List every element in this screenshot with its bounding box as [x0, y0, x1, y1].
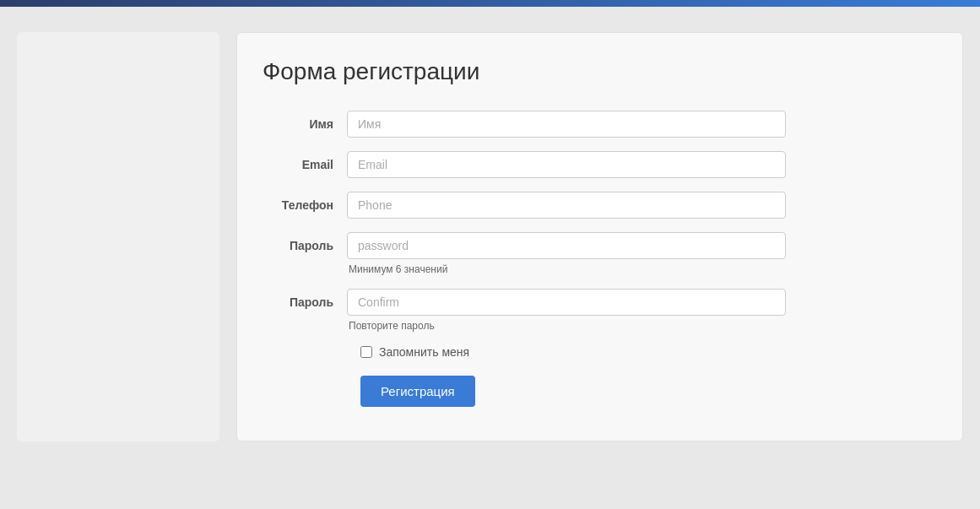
name-label: Имя [263, 111, 347, 131]
password-label: Пароль [263, 232, 347, 252]
confirm-label: Пароль [263, 289, 347, 309]
remember-me-group: Запомнить меня [360, 345, 937, 359]
page-content: Форма регистрации Имя Email Телефон Паро… [0, 15, 980, 458]
password-field-wrap: Минимум 6 значений [347, 232, 786, 275]
submit-button[interactable]: Регистрация [360, 376, 475, 407]
email-field-wrap [347, 151, 786, 178]
email-label: Email [263, 151, 347, 171]
remember-me-checkbox[interactable] [360, 346, 372, 358]
top-bar [0, 0, 980, 7]
form-title: Форма регистрации [263, 58, 937, 85]
phone-field-group: Телефон [263, 192, 937, 219]
password-hint: Минимум 6 значений [347, 263, 786, 275]
email-field-group: Email [263, 151, 937, 178]
confirm-field-group: Пароль Повторите пароль [263, 289, 937, 332]
main-panel: Форма регистрации Имя Email Телефон Паро… [236, 32, 963, 441]
name-field-wrap [347, 111, 786, 138]
confirm-field-wrap: Повторите пароль [347, 289, 786, 332]
password-field-group: Пароль Минимум 6 значений [263, 232, 937, 275]
name-field-group: Имя [263, 111, 937, 138]
name-input[interactable] [347, 111, 786, 138]
phone-label: Телефон [263, 192, 347, 212]
password-input[interactable] [347, 232, 786, 259]
confirm-hint: Повторите пароль [347, 320, 786, 332]
phone-input[interactable] [347, 192, 786, 219]
sidebar-panel [17, 32, 219, 441]
phone-field-wrap [347, 192, 786, 219]
email-input[interactable] [347, 151, 786, 178]
confirm-input[interactable] [347, 289, 786, 316]
remember-me-label[interactable]: Запомнить меня [379, 345, 469, 359]
